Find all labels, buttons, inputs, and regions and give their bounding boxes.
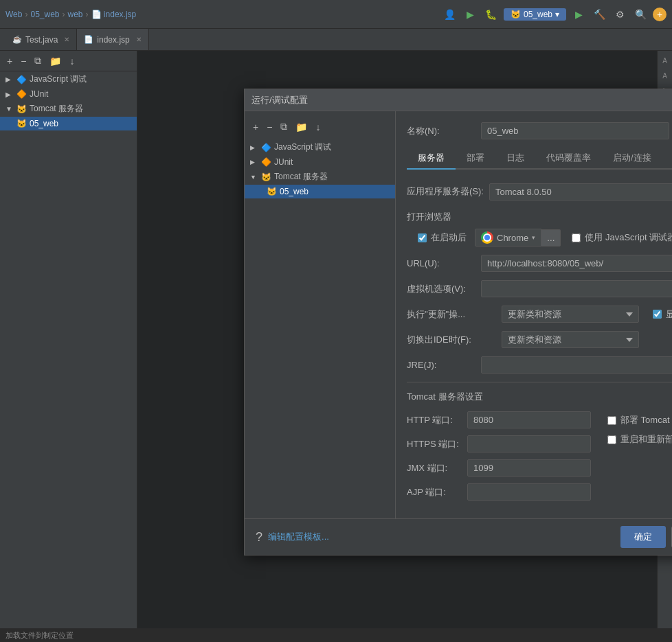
dlg-item-05web[interactable]: 🐱 05_web bbox=[245, 185, 395, 198]
tab-startup[interactable]: 启动/连接 bbox=[602, 148, 662, 170]
dialog-right-panel: 名称(N): 存储为项目文件(S) ⚙ 服务器 部署 bbox=[396, 111, 672, 518]
chrome-icon bbox=[481, 231, 493, 244]
jmx-row: JMX 端口: bbox=[407, 459, 591, 477]
tab-deploy[interactable]: 部署 bbox=[456, 148, 495, 170]
run-config-dropdown[interactable]: 🐱 05_web ▾ bbox=[504, 8, 566, 21]
tomcat-server-icon: 🐱 bbox=[16, 119, 27, 128]
http-input[interactable] bbox=[467, 411, 591, 428]
jmx-input[interactable] bbox=[467, 459, 591, 477]
dialog-overlay: 运行/调试配置 ✕ + − ⧉ 📁 ↓ ▶ bbox=[137, 51, 657, 642]
http-row: HTTP 端口: bbox=[407, 411, 591, 428]
user-icon[interactable]: 👤 bbox=[442, 6, 458, 23]
sidebar-remove-btn[interactable]: − bbox=[18, 54, 29, 68]
https-row: HTTPS 端口: bbox=[407, 435, 591, 452]
name-input[interactable] bbox=[481, 122, 669, 139]
footer-buttons: 确定 取消 应用(A) bbox=[620, 526, 672, 548]
sidebar-copy-btn[interactable]: ⧉ bbox=[32, 54, 44, 68]
sidebar-folder-btn[interactable]: 📁 bbox=[47, 54, 64, 68]
debug-icon[interactable]: 🐛 bbox=[483, 6, 500, 23]
settings-icon[interactable]: ⚙ bbox=[612, 6, 628, 23]
sidebar-add-btn[interactable]: + bbox=[4, 54, 15, 68]
restart-checkbox-label: 重启和重新部署后保持会话 bbox=[607, 433, 672, 446]
vm-input[interactable] bbox=[481, 280, 672, 297]
tomcat-settings-title: Tomcat 服务器设置 bbox=[407, 391, 672, 403]
close-tab-test[interactable]: ✕ bbox=[64, 36, 69, 43]
dlg-sort-btn[interactable]: ↓ bbox=[313, 119, 323, 134]
rs-icon-2[interactable]: A bbox=[658, 69, 672, 82]
browser-select-group: Chrome ▾ ... bbox=[475, 229, 561, 247]
dlg-arrow-tomcat: ▼ bbox=[250, 174, 258, 181]
main-layout: + − ⧉ 📁 ↓ ▶ 🔷 JavaScript 调试 ▶ 🔶 JUnit ▼ … bbox=[0, 51, 672, 642]
browser-icon-area: Chrome ▾ bbox=[475, 229, 541, 247]
breadcrumb-index[interactable]: 📄 index.jsp bbox=[91, 10, 137, 19]
jmx-label: JMX 端口: bbox=[407, 462, 462, 474]
update-label: 执行"更新"操... bbox=[407, 308, 496, 321]
dlg-js-icon: 🔷 bbox=[261, 143, 271, 152]
show-dialog-checkbox[interactable] bbox=[653, 310, 662, 319]
sidebar-item-05web[interactable]: 🐱 05_web bbox=[0, 117, 137, 130]
tab-test-java[interactable]: ☕ Test.java ✕ bbox=[5, 29, 77, 50]
edit-template-link[interactable]: 编辑配置模板... bbox=[268, 531, 329, 543]
dlg-remove-btn[interactable]: − bbox=[264, 119, 275, 134]
sidebar-item-junit[interactable]: ▶ 🔶 JUnit bbox=[0, 87, 137, 101]
junit-icon: 🔶 bbox=[16, 89, 27, 99]
tab-test-java-label: Test.java bbox=[25, 35, 58, 45]
green-arrow-icon[interactable]: ▶ bbox=[462, 6, 479, 23]
jre-input[interactable] bbox=[481, 356, 672, 374]
content-area: 运行/调试配置 ✕ + − ⧉ 📁 ↓ ▶ bbox=[137, 51, 657, 642]
app-server-select[interactable]: Tomcat 8.0.50 bbox=[489, 183, 672, 200]
breadcrumb-web2[interactable]: web bbox=[68, 10, 83, 19]
dlg-item-junit[interactable]: ▶ 🔶 JUnit bbox=[245, 155, 395, 169]
tab-log[interactable]: 日志 bbox=[495, 148, 535, 170]
js-debug-checkbox[interactable] bbox=[572, 233, 581, 242]
dialog-left-panel: + − ⧉ 📁 ↓ ▶ 🔷 JavaScript 调试 ▶ bbox=[245, 111, 396, 518]
close-tab-index[interactable]: ✕ bbox=[136, 36, 142, 43]
js-icon: 🔷 bbox=[16, 75, 27, 84]
dlg-item-tomcat[interactable]: ▼ 🐱 Tomcat 服务器 bbox=[245, 169, 395, 185]
tab-index-jsp[interactable]: 📄 index.jsp ✕ bbox=[77, 29, 148, 50]
deploy-checkbox-label: 部署 Tomcat 实例中配置的应用程序(D) bbox=[607, 414, 672, 426]
after-launch-checkbox[interactable] bbox=[418, 233, 427, 242]
dlg-add-btn[interactable]: + bbox=[250, 119, 261, 134]
jre-row: JRE(J): 📁 ▾ bbox=[407, 356, 672, 374]
build-icon[interactable]: 🔨 bbox=[591, 6, 607, 23]
search-icon[interactable]: 🔍 bbox=[632, 6, 649, 23]
sidebar-item-tomcat[interactable]: ▼ 🐱 Tomcat 服务器 bbox=[0, 101, 137, 117]
browse-more-btn[interactable]: ... bbox=[541, 229, 561, 247]
run-btn[interactable]: ▶ bbox=[570, 6, 587, 23]
dlg-folder-btn[interactable]: 📁 bbox=[293, 119, 310, 134]
switch-select[interactable]: 更新类和资源 bbox=[502, 331, 639, 348]
sidebar-sort-btn[interactable]: ↓ bbox=[67, 54, 77, 68]
sidebar-item-js[interactable]: ▶ 🔷 JavaScript 调试 bbox=[0, 71, 137, 87]
tab-server[interactable]: 服务器 bbox=[407, 148, 456, 170]
app-server-label: 应用程序服务器(S): bbox=[407, 185, 484, 198]
dlg-arrow-junit: ▶ bbox=[250, 159, 258, 165]
status-bar: 加载文件到制定位置 bbox=[0, 628, 672, 642]
breadcrumb-web[interactable]: Web bbox=[5, 10, 22, 19]
jre-input-group: 📁 ▾ bbox=[481, 356, 672, 374]
browser-name: Chrome bbox=[497, 233, 528, 243]
update-row: 执行"更新"操... 更新类和资源 显示对话框(D) bbox=[407, 306, 672, 323]
ajp-input[interactable] bbox=[467, 483, 591, 501]
plus-icon[interactable]: + bbox=[653, 8, 667, 21]
dialog-title-bar: 运行/调试配置 ✕ bbox=[245, 89, 672, 111]
dlg-junit-icon: 🔶 bbox=[261, 157, 271, 167]
url-input[interactable] bbox=[481, 255, 672, 272]
dlg-item-js[interactable]: ▶ 🔷 JavaScript 调试 bbox=[245, 139, 395, 155]
js-debug-text: 使用 JavaScript 调试器(J) bbox=[585, 231, 672, 244]
update-select[interactable]: 更新类和资源 bbox=[502, 306, 639, 323]
rs-icon-1[interactable]: A bbox=[658, 54, 672, 67]
help-btn[interactable]: ? bbox=[256, 530, 262, 544]
dlg-copy-btn[interactable]: ⧉ bbox=[278, 119, 290, 134]
ajp-row: AJP 端口: bbox=[407, 483, 591, 501]
breadcrumb-05web[interactable]: 05_web bbox=[30, 10, 59, 19]
ports-left: HTTP 端口: HTTPS 端口: JMX 端口: bbox=[407, 411, 591, 507]
ok-btn[interactable]: 确定 bbox=[620, 526, 666, 548]
restart-checkbox[interactable] bbox=[607, 435, 616, 444]
dlg-05web-label: 05_web bbox=[280, 187, 309, 196]
open-browser-title: 打开浏览器 bbox=[407, 211, 672, 223]
deploy-checkbox[interactable] bbox=[607, 416, 616, 425]
sidebar-item-05web-label: 05_web bbox=[30, 119, 58, 128]
https-input[interactable] bbox=[467, 435, 591, 452]
tab-coverage[interactable]: 代码覆盖率 bbox=[535, 148, 602, 170]
